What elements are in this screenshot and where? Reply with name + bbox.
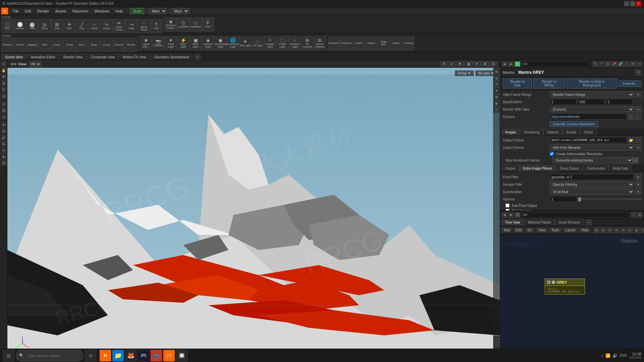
tool-lsystem[interactable]: ⟨⟩L-System <box>177 17 189 32</box>
sidebar-edit-icon[interactable]: ✎ <box>1 147 7 153</box>
app-houdini[interactable]: H <box>99 350 111 362</box>
system-clock[interactable]: 11:30 2021/6/8 <box>630 352 641 359</box>
mantra-path-input[interactable] <box>521 61 590 67</box>
sidebar-measure-icon[interactable]: ⊿ <box>1 114 7 120</box>
tool-simpl[interactable]: Simpl. <box>88 38 100 52</box>
menu-render[interactable]: Render <box>35 7 52 15</box>
tool-env-light[interactable]: 🌐Environment Light <box>227 36 239 50</box>
tool-photonic[interactable]: ◈Photonic Solids <box>165 17 177 32</box>
vp-btn-settings[interactable]: ⚙ <box>481 61 489 66</box>
vp-icon-4[interactable]: ✦ <box>493 87 499 94</box>
tool-spot-light[interactable]: ⚡Spot Light <box>177 36 189 50</box>
tool-collisions[interactable]: Collisions <box>328 36 340 50</box>
taskbar-search[interactable]: 🔍 <box>16 350 83 361</box>
vp-icon-6[interactable]: ◈ <box>493 100 499 106</box>
menu-rayvision[interactable]: Rayvision <box>70 7 91 15</box>
node-edit-btn[interactable]: Edit <box>514 228 524 233</box>
start-frame-input[interactable] <box>550 99 577 105</box>
tool-rende[interactable]: Rende. <box>125 38 138 52</box>
frame-range-arrow-btn[interactable]: ▼ <box>635 92 641 98</box>
tab-composite-view[interactable]: Composite View <box>87 54 118 60</box>
render-take-select[interactable]: (Current) <box>550 106 634 112</box>
tool-tube[interactable]: ⬤Tube <box>26 19 38 33</box>
tray-volume[interactable]: 🔊 <box>612 353 618 358</box>
node-view-icon-7[interactable]: ◈ <box>634 227 640 233</box>
tab-asset-browser[interactable]: Asset Browser <box>555 219 584 226</box>
sidebar-paint-icon[interactable]: 🖌 <box>1 134 7 140</box>
create-dirs-checkbox[interactable] <box>550 152 554 156</box>
nav-back[interactable]: ◀ <box>501 61 507 67</box>
app-browser[interactable]: 🦊 <box>125 350 137 362</box>
tab-scene-view[interactable]: Scene View <box>1 54 26 60</box>
render-to-disk-btn[interactable]: Render to Disk <box>503 78 532 88</box>
app-app1[interactable]: 🎮 <box>138 350 150 362</box>
nav-fwd[interactable]: ▶ <box>508 61 514 67</box>
tool-torus[interactable]: ◎Torus <box>39 19 51 33</box>
node-nav-back[interactable]: ◀ <box>501 212 507 218</box>
viewport-nav-fwd[interactable]: ▶ <box>14 62 17 66</box>
main-selector-right[interactable]: Main <box>171 8 189 14</box>
frame-range-select[interactable]: Render Frame Range <box>550 92 634 98</box>
menu-file[interactable]: File <box>10 7 21 15</box>
output-picture-input[interactable]: $HIP/render/$HIPNAME.$OS.$F4.exr <box>550 137 627 143</box>
rp-eye-btn[interactable]: 👁 <box>630 61 636 67</box>
tool-line[interactable]: ╱Line <box>76 19 88 33</box>
tool-circle[interactable]: ○Circle <box>88 19 100 33</box>
controls-btn[interactable]: Controls... <box>619 80 641 87</box>
tool-camera[interactable]: 📷Camera <box>152 36 164 50</box>
tool-volume[interactable]: Volume <box>113 38 125 52</box>
node-nav-fwd[interactable]: ▶ <box>508 212 514 218</box>
tool-path[interactable]: ⇢Path <box>125 19 138 33</box>
output-device-arrow-btn[interactable]: ▼ <box>635 144 641 150</box>
tab-tree-view[interactable]: Tree View <box>501 219 524 226</box>
tool-sphere[interactable]: ⚪Sphere <box>14 19 26 33</box>
tool-wires[interactable]: Wires <box>390 36 402 50</box>
close-btn[interactable]: × <box>636 1 641 6</box>
sidebar-pose-icon[interactable]: ✦ <box>1 122 7 128</box>
node-tab-add[interactable]: + <box>586 220 592 226</box>
tool-spray[interactable]: ⁙Spray Paint <box>138 19 150 33</box>
camera-path-input[interactable]: /obj/cameraRender <box>550 114 627 120</box>
sidebar-snap-icon[interactable]: ⊙ <box>1 101 7 107</box>
skip-dropdown-arrow[interactable]: ▼ <box>633 157 639 163</box>
sample-filter-select[interactable]: Opacity Filtering <box>550 181 634 187</box>
node-tools-btn[interactable]: Tools <box>549 228 561 233</box>
tool-ambient-light[interactable]: ○Ambient Light <box>289 36 301 50</box>
node-panel-expand[interactable]: ⊞ <box>637 212 643 218</box>
tool-const[interactable]: Const. <box>51 38 63 52</box>
render-take-arrow-btn[interactable]: ▼ <box>635 106 641 112</box>
tool-text[interactable]: TText <box>150 19 162 33</box>
node-view-icon-8[interactable]: ⊡ <box>640 227 644 233</box>
tab-animation-editor[interactable]: Animation Editor <box>27 54 59 60</box>
sample-filter-arrow[interactable]: ▼ <box>635 181 641 187</box>
rp-gear-btn[interactable]: ⚙ <box>592 61 598 67</box>
taskbar-search-input[interactable] <box>25 351 75 360</box>
node-add-btn[interactable]: + <box>630 212 636 218</box>
tab-deep-output[interactable]: Deep Output <box>556 165 583 172</box>
menu-assets[interactable]: Assets <box>53 7 69 15</box>
pixel-filter-input[interactable] <box>550 174 634 180</box>
mantra-settings-btn[interactable]: ⚙ <box>635 69 641 75</box>
sidebar-scale-icon[interactable]: ⇲ <box>1 93 7 99</box>
tool-deform[interactable]: Deform <box>1 38 13 52</box>
end-frame-input[interactable] <box>578 99 605 105</box>
tool-gi-light[interactable]: ◌GI Light <box>252 36 264 50</box>
camera-pick-btn[interactable]: ⊙ <box>628 114 634 120</box>
viewport-nav-back[interactable]: ◀ <box>10 62 13 66</box>
tab-rendering[interactable]: Rendering <box>520 129 543 135</box>
vp-btn-vis[interactable]: 👁 <box>456 61 464 66</box>
tool-geo-light[interactable]: ◉Geometry Light <box>214 36 226 50</box>
sidebar-rotate-icon[interactable]: ↻ <box>1 86 7 93</box>
windows-start-btn[interactable]: ⊞ <box>3 350 15 362</box>
menu-windows[interactable]: Windows <box>92 7 112 15</box>
tool-volume-light[interactable]: ◈Volume Light <box>202 36 214 50</box>
vp-btn-maximize[interactable]: ⊡ <box>490 61 497 66</box>
node-add-tool-btn[interactable]: Add <box>501 228 512 233</box>
render-to-mplay-btn[interactable]: Render to MPlay <box>533 78 565 88</box>
tool-caustic[interactable]: ✧Caustic Light <box>264 36 276 50</box>
gamma-input[interactable] <box>550 196 577 202</box>
node-view-icon-4[interactable]: ⊜ <box>613 227 620 233</box>
tool-rigging[interactable]: Rigging <box>26 38 38 52</box>
rp-close-btn[interactable]: ✕ <box>637 61 643 67</box>
build-button[interactable]: Build <box>130 8 144 14</box>
